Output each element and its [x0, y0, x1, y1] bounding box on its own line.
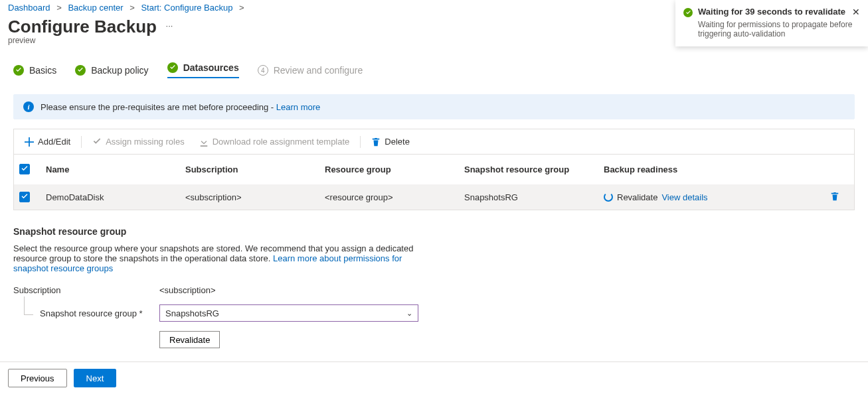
datasource-panel: Add/Edit Assign missing roles Download r…: [13, 129, 855, 210]
check-icon: [167, 62, 178, 73]
button-label: Assign missing roles: [106, 137, 185, 147]
trash-icon: [830, 192, 839, 201]
tab-review: 4 Review and configure: [258, 65, 363, 76]
dropdown-value: SnapshotsRG: [165, 308, 219, 318]
close-icon[interactable]: ✕: [852, 7, 860, 17]
breadcrumb-backup-center[interactable]: Backup center: [68, 3, 123, 13]
plus-icon: [25, 137, 34, 147]
chevron-right-icon: >: [56, 3, 62, 13]
add-edit-button[interactable]: Add/Edit: [18, 133, 77, 150]
info-text: Please ensure the pre-requisites are met…: [41, 102, 276, 112]
subscription-label: Subscription: [13, 285, 159, 295]
toast-body: Waiting for permissions to propagate bef…: [683, 20, 860, 38]
info-banner: i Please ensure the pre-requisites are m…: [13, 94, 855, 119]
cell-resource-group: <resource group>: [319, 190, 459, 205]
section-description: Select the resource group where your sna…: [13, 243, 438, 273]
subscription-value: <subscription>: [159, 285, 216, 295]
cell-name: DemoDataDisk: [41, 190, 180, 205]
notification-toast: Waiting for 39 seconds to revalidate ✕ W…: [675, 0, 868, 46]
download-icon: [199, 137, 209, 147]
chevron-right-icon: >: [130, 3, 135, 13]
breadcrumb-dashboard[interactable]: Dashboard: [8, 3, 50, 13]
cell-subscription: <subscription>: [180, 190, 319, 205]
chevron-right-icon: >: [239, 3, 244, 13]
revalidate-text: Revalidate: [617, 192, 657, 202]
breadcrumb-start-configure[interactable]: Start: Configure Backup: [141, 3, 232, 13]
col-name: Name: [41, 162, 180, 177]
tab-label: Review and configure: [274, 65, 363, 76]
page-title: Configure Backup: [8, 17, 157, 37]
tab-basics[interactable]: Basics: [13, 65, 56, 76]
check-icon: [75, 65, 86, 76]
cell-snapshot-rg: SnapshotsRG: [459, 190, 598, 205]
download-template-button: Download role assignment template: [193, 133, 357, 150]
footer: Previous Next: [0, 361, 868, 394]
delete-button[interactable]: Delete: [365, 133, 416, 150]
tab-label: Backup policy: [91, 65, 148, 76]
tab-label: Datasources: [183, 62, 239, 73]
learn-more-link[interactable]: Learn more: [276, 102, 320, 112]
step-number-icon: 4: [258, 65, 268, 76]
tab-datasources[interactable]: Datasources: [167, 62, 239, 78]
check-icon: [92, 137, 102, 147]
toast-title: Waiting for 39 seconds to revalidate: [698, 7, 847, 17]
section-title: Snapshot resource group: [13, 226, 855, 237]
snapshot-rg-dropdown[interactable]: SnapshotsRG ⌄: [159, 304, 418, 322]
button-label: Add/Edit: [38, 137, 70, 147]
button-label: Delete: [385, 137, 410, 147]
chevron-down-icon: ⌄: [406, 309, 412, 318]
step-tabs: Basics Backup policy Datasources 4 Revie…: [0, 45, 868, 85]
separator: [360, 136, 361, 148]
revalidate-button[interactable]: Revalidate: [159, 331, 220, 348]
toolbar: Add/Edit Assign missing roles Download r…: [14, 129, 854, 155]
info-icon: i: [23, 101, 34, 112]
delete-row-icon[interactable]: [830, 192, 849, 203]
assign-roles-button: Assign missing roles: [86, 133, 191, 150]
snapshot-rg-label: Snapshot resource group *: [13, 308, 159, 318]
previous-button[interactable]: Previous: [8, 369, 67, 387]
row-checkbox[interactable]: [19, 192, 30, 202]
snapshot-form: Subscription <subscription> Snapshot res…: [13, 285, 855, 348]
col-subscription: Subscription: [180, 162, 319, 177]
success-icon: [683, 8, 693, 17]
button-label: Download role assignment template: [213, 137, 350, 147]
tree-elbow-icon: [24, 296, 33, 315]
loading-icon: [604, 192, 613, 202]
tab-label: Basics: [29, 65, 56, 76]
more-menu-icon[interactable]: ···: [166, 21, 173, 31]
col-resource-group: Resource group: [319, 162, 459, 177]
select-all-checkbox[interactable]: [19, 164, 30, 174]
check-icon: [13, 65, 24, 76]
view-details-link[interactable]: View details: [661, 192, 707, 202]
separator: [81, 136, 82, 148]
cell-readiness: Revalidate View details: [604, 192, 708, 202]
tab-backup-policy[interactable]: Backup policy: [75, 65, 148, 76]
table-header: Name Subscription Resource group Snapsho…: [14, 155, 854, 184]
col-readiness: Backup readiness: [598, 162, 854, 177]
trash-icon: [371, 137, 381, 147]
col-snapshot-rg: Snapshot resource group: [459, 162, 598, 177]
next-button[interactable]: Next: [74, 369, 117, 387]
table-row[interactable]: DemoDataDisk <subscription> <resource gr…: [14, 184, 854, 210]
